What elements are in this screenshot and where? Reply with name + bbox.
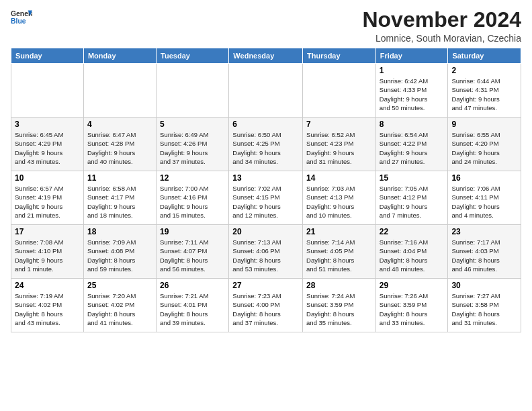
day-info: Sunrise: 6:52 AMSunset: 4:23 PMDaylight:… bbox=[306, 130, 372, 166]
day-info: Sunrise: 6:55 AMSunset: 4:20 PMDaylight:… bbox=[451, 130, 517, 166]
day-number: 15 bbox=[380, 173, 445, 183]
table-row: 9Sunrise: 6:55 AMSunset: 4:20 PMDaylight… bbox=[448, 118, 521, 171]
calendar-week-1: 3Sunrise: 6:45 AMSunset: 4:29 PMDaylight… bbox=[11, 118, 521, 171]
table-row: 1Sunrise: 6:42 AMSunset: 4:33 PMDaylight… bbox=[375, 64, 448, 118]
day-info: Sunrise: 6:49 AMSunset: 4:26 PMDaylight:… bbox=[160, 130, 225, 166]
calendar-header-row: Sunday Monday Tuesday Wednesday Thursday… bbox=[11, 48, 521, 64]
day-number: 20 bbox=[232, 227, 299, 236]
day-info: Sunrise: 7:02 AMSunset: 4:15 PMDaylight:… bbox=[232, 184, 299, 220]
table-row: 17Sunrise: 7:08 AMSunset: 4:10 PMDayligh… bbox=[11, 225, 84, 279]
day-number: 3 bbox=[15, 120, 80, 129]
calendar-week-2: 10Sunrise: 6:57 AMSunset: 4:19 PMDayligh… bbox=[11, 171, 521, 225]
table-row bbox=[229, 64, 303, 118]
table-row bbox=[303, 64, 376, 118]
day-info: Sunrise: 7:11 AMSunset: 4:07 PMDaylight:… bbox=[160, 238, 225, 273]
day-number: 28 bbox=[306, 281, 372, 290]
table-row: 20Sunrise: 7:13 AMSunset: 4:06 PMDayligh… bbox=[229, 225, 303, 279]
day-info: Sunrise: 7:23 AMSunset: 4:00 PMDaylight:… bbox=[232, 291, 299, 327]
day-info: Sunrise: 6:58 AMSunset: 4:17 PMDaylight:… bbox=[87, 184, 152, 220]
table-row: 4Sunrise: 6:47 AMSunset: 4:28 PMDaylight… bbox=[83, 118, 156, 171]
day-info: Sunrise: 7:16 AMSunset: 4:04 PMDaylight:… bbox=[380, 238, 445, 273]
table-row bbox=[11, 64, 84, 118]
header-saturday: Saturday bbox=[448, 48, 521, 64]
day-number: 18 bbox=[87, 227, 152, 236]
table-row: 23Sunrise: 7:17 AMSunset: 4:03 PMDayligh… bbox=[448, 225, 521, 279]
table-row: 25Sunrise: 7:20 AMSunset: 4:02 PMDayligh… bbox=[83, 279, 156, 332]
day-number: 22 bbox=[380, 227, 445, 236]
day-info: Sunrise: 7:19 AMSunset: 4:02 PMDaylight:… bbox=[15, 291, 80, 327]
day-info: Sunrise: 7:06 AMSunset: 4:11 PMDaylight:… bbox=[451, 184, 517, 220]
logo-icon: General Blue bbox=[11, 8, 32, 27]
day-number: 16 bbox=[451, 173, 517, 183]
day-number: 5 bbox=[160, 120, 225, 129]
day-info: Sunrise: 7:13 AMSunset: 4:06 PMDaylight:… bbox=[232, 238, 299, 273]
day-info: Sunrise: 7:17 AMSunset: 4:03 PMDaylight:… bbox=[451, 238, 517, 273]
day-info: Sunrise: 7:27 AMSunset: 3:58 PMDaylight:… bbox=[451, 291, 517, 327]
table-row: 16Sunrise: 7:06 AMSunset: 4:11 PMDayligh… bbox=[448, 171, 521, 225]
header-tuesday: Tuesday bbox=[157, 48, 229, 64]
svg-text:Blue: Blue bbox=[11, 17, 26, 25]
day-number: 24 bbox=[15, 281, 80, 290]
table-row: 5Sunrise: 6:49 AMSunset: 4:26 PMDaylight… bbox=[157, 118, 229, 171]
table-row: 26Sunrise: 7:21 AMSunset: 4:01 PMDayligh… bbox=[157, 279, 229, 332]
header-monday: Monday bbox=[83, 48, 156, 64]
table-row: 10Sunrise: 6:57 AMSunset: 4:19 PMDayligh… bbox=[11, 171, 84, 225]
day-number: 19 bbox=[160, 227, 225, 236]
calendar-week-3: 17Sunrise: 7:08 AMSunset: 4:10 PMDayligh… bbox=[11, 225, 521, 279]
table-row: 21Sunrise: 7:14 AMSunset: 4:05 PMDayligh… bbox=[303, 225, 376, 279]
day-number: 1 bbox=[380, 66, 445, 75]
day-number: 10 bbox=[15, 173, 80, 183]
day-info: Sunrise: 6:54 AMSunset: 4:22 PMDaylight:… bbox=[380, 130, 445, 166]
table-row: 3Sunrise: 6:45 AMSunset: 4:29 PMDaylight… bbox=[11, 118, 84, 171]
day-number: 17 bbox=[15, 227, 80, 236]
day-info: Sunrise: 7:05 AMSunset: 4:12 PMDaylight:… bbox=[380, 184, 445, 220]
table-row: 13Sunrise: 7:02 AMSunset: 4:15 PMDayligh… bbox=[229, 171, 303, 225]
day-info: Sunrise: 7:20 AMSunset: 4:02 PMDaylight:… bbox=[87, 291, 152, 327]
calendar-week-0: 1Sunrise: 6:42 AMSunset: 4:33 PMDaylight… bbox=[11, 64, 521, 118]
table-row: 22Sunrise: 7:16 AMSunset: 4:04 PMDayligh… bbox=[375, 225, 448, 279]
day-info: Sunrise: 6:50 AMSunset: 4:25 PMDaylight:… bbox=[232, 130, 299, 166]
day-number: 25 bbox=[87, 281, 152, 290]
table-row bbox=[83, 64, 156, 118]
day-info: Sunrise: 7:21 AMSunset: 4:01 PMDaylight:… bbox=[160, 291, 225, 327]
table-row: 30Sunrise: 7:27 AMSunset: 3:58 PMDayligh… bbox=[448, 279, 521, 332]
day-info: Sunrise: 6:44 AMSunset: 4:31 PMDaylight:… bbox=[451, 77, 517, 112]
day-number: 21 bbox=[306, 227, 372, 236]
day-number: 12 bbox=[160, 173, 225, 183]
day-info: Sunrise: 7:09 AMSunset: 4:08 PMDaylight:… bbox=[87, 238, 152, 273]
table-row: 18Sunrise: 7:09 AMSunset: 4:08 PMDayligh… bbox=[83, 225, 156, 279]
header-friday: Friday bbox=[375, 48, 448, 64]
table-row: 15Sunrise: 7:05 AMSunset: 4:12 PMDayligh… bbox=[375, 171, 448, 225]
table-row: 19Sunrise: 7:11 AMSunset: 4:07 PMDayligh… bbox=[157, 225, 229, 279]
day-number: 27 bbox=[232, 281, 299, 290]
month-title: November 2024 bbox=[362, 8, 521, 32]
day-number: 14 bbox=[306, 173, 372, 183]
header-sunday: Sunday bbox=[11, 48, 84, 64]
day-info: Sunrise: 7:08 AMSunset: 4:10 PMDaylight:… bbox=[15, 238, 80, 273]
day-number: 11 bbox=[87, 173, 152, 183]
day-info: Sunrise: 7:24 AMSunset: 3:59 PMDaylight:… bbox=[306, 291, 372, 327]
table-row: 2Sunrise: 6:44 AMSunset: 4:31 PMDaylight… bbox=[448, 64, 521, 118]
day-info: Sunrise: 6:47 AMSunset: 4:28 PMDaylight:… bbox=[87, 130, 152, 166]
day-number: 23 bbox=[451, 227, 517, 236]
day-number: 9 bbox=[451, 120, 517, 129]
day-number: 4 bbox=[87, 120, 152, 129]
table-row: 24Sunrise: 7:19 AMSunset: 4:02 PMDayligh… bbox=[11, 279, 84, 332]
table-row: 29Sunrise: 7:26 AMSunset: 3:59 PMDayligh… bbox=[375, 279, 448, 332]
day-info: Sunrise: 6:42 AMSunset: 4:33 PMDaylight:… bbox=[380, 77, 445, 112]
header-wednesday: Wednesday bbox=[229, 48, 303, 64]
main-container: General Blue November 2024 Lomnice, Sout… bbox=[0, 0, 532, 338]
table-row: 6Sunrise: 6:50 AMSunset: 4:25 PMDaylight… bbox=[229, 118, 303, 171]
header: General Blue November 2024 Lomnice, Sout… bbox=[11, 8, 521, 44]
day-info: Sunrise: 7:03 AMSunset: 4:13 PMDaylight:… bbox=[306, 184, 372, 220]
table-row: 12Sunrise: 7:00 AMSunset: 4:16 PMDayligh… bbox=[157, 171, 229, 225]
day-number: 13 bbox=[232, 173, 299, 183]
calendar-week-4: 24Sunrise: 7:19 AMSunset: 4:02 PMDayligh… bbox=[11, 279, 521, 332]
day-number: 6 bbox=[232, 120, 299, 129]
table-row: 8Sunrise: 6:54 AMSunset: 4:22 PMDaylight… bbox=[375, 118, 448, 171]
table-row: 7Sunrise: 6:52 AMSunset: 4:23 PMDaylight… bbox=[303, 118, 376, 171]
day-info: Sunrise: 7:14 AMSunset: 4:05 PMDaylight:… bbox=[306, 238, 372, 273]
day-number: 8 bbox=[380, 120, 445, 129]
calendar-table: Sunday Monday Tuesday Wednesday Thursday… bbox=[11, 48, 521, 332]
table-row: 28Sunrise: 7:24 AMSunset: 3:59 PMDayligh… bbox=[303, 279, 376, 332]
